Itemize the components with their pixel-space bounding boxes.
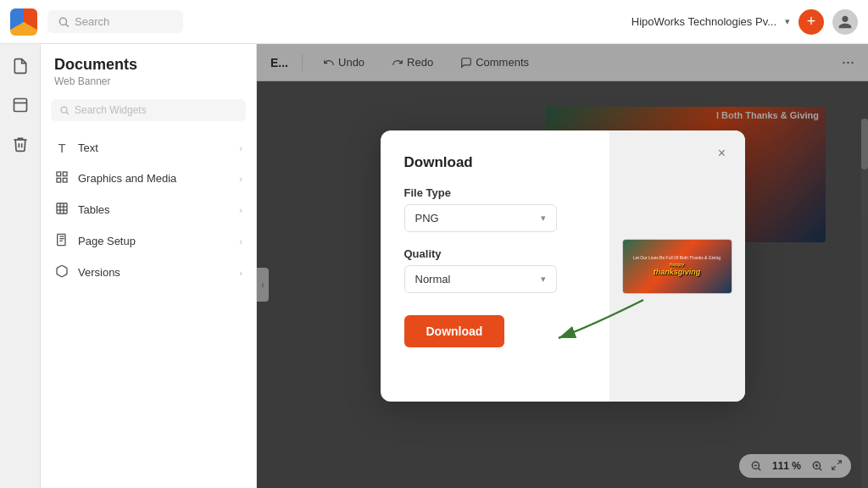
select-arrow-icon: ▾ xyxy=(541,213,546,224)
chevron-right-icon: › xyxy=(239,143,242,153)
select-arrow-icon: ▾ xyxy=(541,274,546,285)
user-icon xyxy=(837,14,853,30)
chevron-right-icon: › xyxy=(239,205,242,215)
svg-line-1 xyxy=(66,24,69,26)
sidebar: Documents Web Banner Search Widgets T Te… xyxy=(41,44,257,488)
arrow-indicator xyxy=(542,291,652,351)
far-left-iconbar xyxy=(0,44,41,488)
editor-area: E... Undo Redo Comments ··· sgiving xyxy=(257,44,868,488)
modal-overlay: Download File Type PNG ▾ Quality Normal … xyxy=(257,44,868,488)
file-type-value: PNG xyxy=(415,212,439,225)
versions-icon xyxy=(54,264,70,280)
graphics-icon xyxy=(54,170,70,186)
trash-icon[interactable] xyxy=(7,130,34,158)
topbar: Search HipoWorks Technologies Pv... ▾ + xyxy=(0,0,868,44)
modal-title: Download xyxy=(404,154,586,171)
thumbnail-main-text: happy thanksgiving xyxy=(654,262,701,277)
file-icon[interactable] xyxy=(7,92,34,119)
sidebar-subtitle: Web Banner xyxy=(54,75,242,87)
quality-label: Quality xyxy=(404,247,586,260)
sidebar-item-tables[interactable]: Tables › xyxy=(41,194,256,225)
svg-rect-8 xyxy=(63,178,67,182)
sidebar-item-page-setup[interactable]: Page Setup › xyxy=(41,225,256,257)
tables-icon xyxy=(54,202,70,218)
chevron-right-icon: › xyxy=(239,268,242,278)
search-icon xyxy=(58,16,70,28)
sidebar-item-page-setup-label: Page Setup xyxy=(78,235,136,247)
chevron-right-icon: › xyxy=(239,174,242,184)
sidebar-search-placeholder: Search Widgets xyxy=(75,104,147,116)
sidebar-item-tables-label: Tables xyxy=(78,203,110,216)
thumbnail-small-text: Let Our Lives Be Full Of Both Thanks & G… xyxy=(633,255,721,260)
search-icon xyxy=(59,105,70,115)
search-bar[interactable]: Search xyxy=(47,10,183,33)
modal-close-button[interactable]: × xyxy=(711,142,733,164)
add-button[interactable]: + xyxy=(798,9,824,35)
download-modal: Download File Type PNG ▾ Quality Normal … xyxy=(381,130,745,402)
sidebar-item-graphics[interactable]: Graphics and Media › xyxy=(41,163,256,194)
svg-rect-9 xyxy=(57,178,61,182)
svg-rect-7 xyxy=(63,172,67,176)
chevron-right-icon: › xyxy=(239,236,242,247)
file-type-select[interactable]: PNG ▾ xyxy=(404,204,557,232)
avatar[interactable] xyxy=(832,9,858,35)
topbar-right: HipoWorks Technologies Pv... ▾ + xyxy=(632,9,858,35)
modal-thumbnail: Let Our Lives Be Full Of Both Thanks & G… xyxy=(622,239,732,294)
sidebar-title: Documents xyxy=(54,56,242,74)
sidebar-search[interactable]: Search Widgets xyxy=(51,99,246,121)
modal-left-panel: Download File Type PNG ▾ Quality Normal … xyxy=(381,130,609,402)
svg-rect-6 xyxy=(57,172,61,176)
quality-select[interactable]: Normal ▾ xyxy=(404,265,557,293)
search-placeholder: Search xyxy=(75,15,109,28)
quality-field: Quality Normal ▾ xyxy=(404,247,586,293)
file-type-label: File Type xyxy=(404,186,586,199)
page-setup-icon xyxy=(54,233,70,249)
sidebar-item-text-label: Text xyxy=(78,141,98,154)
sidebar-item-graphics-label: Graphics and Media xyxy=(78,172,176,185)
sidebar-item-versions-label: Versions xyxy=(78,266,120,279)
modal-right-panel: Let Our Lives Be Full Of Both Thanks & G… xyxy=(609,130,745,402)
svg-point-0 xyxy=(59,18,66,25)
sidebar-items: T Text › Graphics and Media › xyxy=(41,130,256,291)
close-icon: × xyxy=(718,146,726,161)
sidebar-header: Documents Web Banner xyxy=(41,44,256,91)
svg-rect-2 xyxy=(14,99,26,112)
sidebar-item-text[interactable]: T Text › xyxy=(41,133,256,163)
chevron-down-icon[interactable]: ▾ xyxy=(785,16,790,27)
logo-icon[interactable] xyxy=(10,8,37,36)
text-icon: T xyxy=(54,141,70,155)
main-layout: Documents Web Banner Search Widgets T Te… xyxy=(0,44,868,488)
file-type-field: File Type PNG ▾ xyxy=(404,186,586,232)
quality-value: Normal xyxy=(415,273,451,286)
svg-line-5 xyxy=(66,112,69,114)
svg-rect-10 xyxy=(57,203,67,214)
svg-point-4 xyxy=(61,107,67,113)
company-name: HipoWorks Technologies Pv... xyxy=(632,15,776,28)
download-button[interactable]: Download xyxy=(404,315,505,347)
sidebar-item-versions[interactable]: Versions › xyxy=(41,257,256,288)
document-icon[interactable] xyxy=(7,53,34,80)
